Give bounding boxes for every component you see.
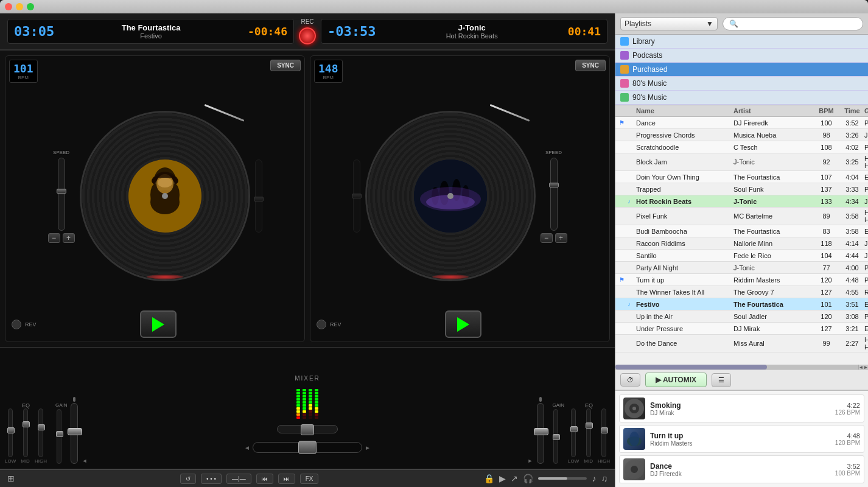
scroll-arrows[interactable]: ◄► (858, 365, 868, 370)
search-input[interactable] (741, 20, 856, 27)
deck-left-sync-button[interactable]: SYNC (270, 60, 301, 71)
track-row[interactable]: Santilo Fede le Rico 104 4:44 Jazz (615, 250, 868, 262)
rec-circle[interactable] (299, 27, 316, 44)
sidebar-item-library[interactable]: Library (615, 35, 868, 49)
track-row[interactable]: Block Jam J-Tonic 92 3:25 Hip-Hop (615, 153, 868, 171)
next-button[interactable]: ⏭ (278, 474, 295, 484)
loop-button[interactable]: ↺ (180, 474, 196, 484)
playlist-dropdown[interactable]: Playlists ▼ (620, 17, 718, 30)
split-button[interactable]: —|— (226, 474, 251, 484)
scrollbar-thumb[interactable] (615, 365, 767, 370)
col-header-genre: Genre (864, 107, 868, 114)
deck-left-minus-button[interactable]: − (48, 233, 60, 243)
sidebar-item-podcasts[interactable]: Podcasts (615, 49, 868, 63)
deck-right-minus-button[interactable]: − (541, 233, 553, 243)
track-row[interactable]: Trapped Soul Funk 137 3:33 Pop (615, 183, 868, 195)
eq-right-high-slider[interactable] (601, 408, 606, 457)
eq-left-mid-slider[interactable] (23, 408, 28, 457)
eq-left-high-slider[interactable] (38, 408, 43, 457)
track-row[interactable]: Under Pressure DJ Mirak 127 3:21 Electro… (615, 323, 868, 335)
sidebar-item-80s[interactable]: 80's Music (615, 77, 868, 91)
vol-right-fader[interactable] (537, 403, 544, 464)
deck-left-plus-button[interactable]: + (63, 233, 75, 243)
track-row[interactable]: Do the Dance Miss Aural 99 2:27 Hip-Hop (615, 335, 868, 352)
sidebar-item-90s[interactable]: 90's Music (615, 91, 868, 105)
arrow-icon[interactable]: ↗ (511, 474, 518, 483)
sidebar-label-80s: 80's Music (632, 79, 667, 88)
close-button[interactable] (5, 3, 12, 10)
deck-left-rev-dot[interactable] (12, 320, 21, 329)
track-time: 3:25 (840, 158, 864, 166)
prev-button[interactable]: ⏮ (256, 474, 273, 484)
eq-left-low: LOW (5, 408, 16, 464)
track-bpm: 92 (813, 158, 840, 166)
queue-item[interactable]: Dance DJ Fireredk 3:52 100 BPM (619, 455, 864, 483)
sidebar-item-purchased[interactable]: Purchased (615, 63, 868, 77)
deck-right-sync-button[interactable]: SYNC (575, 60, 606, 71)
track-row[interactable]: Up in the Air Soul Jadler 120 3:08 Pop (615, 310, 868, 323)
deck-right-pitch-slider[interactable] (550, 158, 558, 231)
track-row[interactable]: Progressive Chords Musica Nueba 98 3:26 … (615, 129, 868, 141)
eq-left-high: HIGH (35, 408, 47, 464)
headphone-icon[interactable]: 🎧 (523, 474, 533, 483)
track-genre: Jazz (864, 252, 868, 259)
deck-right-play-button[interactable] (445, 310, 481, 338)
deck-right-plus-button[interactable]: + (555, 233, 567, 243)
eq-left-low-slider[interactable] (8, 408, 13, 457)
deck-left-pitch-slider-2[interactable] (255, 159, 262, 233)
track-name: Trapped (636, 186, 733, 193)
track-row[interactable]: ♪ Hot Rockin Beats J-Tonic 133 4:34 Jazz (615, 195, 868, 208)
gain-right-slider[interactable] (553, 409, 558, 464)
queue-item[interactable]: Smoking DJ Mirak 4:22 126 BPM (619, 394, 864, 422)
eq-right-mid: MID (584, 408, 593, 464)
queue-item[interactable]: Turn it up Riddim Masters 4:48 120 BPM (619, 425, 864, 453)
history-button[interactable]: ⏱ (620, 373, 640, 387)
center-vol-fader[interactable] (277, 425, 338, 433)
deck-left-pitch-slider[interactable] (58, 158, 65, 231)
master-volume-slider[interactable] (538, 477, 587, 480)
track-row[interactable]: Party All Night J-Tonic 77 4:00 Pop (615, 262, 868, 274)
music-icon[interactable]: ♫ (601, 474, 607, 483)
queue-artist-2: Riddim Masters (650, 440, 830, 447)
queue-duration-2: 4:48 (835, 432, 860, 440)
track-row[interactable]: ♪ Festivo The Fourtastica 101 3:51 Elect… (615, 298, 868, 310)
track-row[interactable]: Pixel Funk MC Bartelme 89 3:58 Hip-Hop (615, 208, 868, 225)
track-artist: DJ Fireredk (733, 119, 813, 127)
col-header-bpm: BPM (813, 107, 840, 114)
eq-right-mid-slider[interactable] (586, 408, 591, 457)
track-genre: Pop (864, 264, 868, 272)
vol-left-fader[interactable] (71, 403, 78, 464)
crossfader[interactable] (253, 442, 362, 453)
queue-title-3: Dance (650, 462, 830, 471)
deck-right-rev-dot[interactable] (317, 320, 326, 329)
track-bpm: 118 (813, 240, 840, 247)
lock-icon[interactable]: 🔒 (484, 474, 494, 483)
automix-button[interactable]: ▶ AUTOMIX (645, 373, 707, 387)
track-genre: Pop (864, 186, 868, 193)
track-row[interactable]: Racoon Riddims Nallorie Minn 118 4:14 Ja… (615, 237, 868, 250)
deck-left-play-button[interactable] (140, 310, 177, 338)
track-row[interactable]: ⚑ Turn it up Riddim Masters 120 4:48 Pop (615, 274, 868, 286)
eq-right-low-slider[interactable] (571, 408, 576, 457)
deck-right-tonearm (489, 104, 530, 122)
search-box[interactable]: 🔍 (723, 17, 863, 30)
play-icon[interactable]: ▶ (499, 474, 506, 483)
track-row[interactable]: Budi Bamboocha The Fourtastica 83 3:58 E… (615, 225, 868, 237)
minimize-button[interactable] (16, 3, 23, 10)
maximize-button[interactable] (27, 3, 34, 10)
gain-left-slider[interactable] (57, 409, 61, 464)
fx-button[interactable]: FX (300, 474, 319, 484)
track-row[interactable]: The Winner Takes It All The Groovy 7 127… (615, 286, 868, 298)
track-row[interactable]: ⚑ Dance DJ Fireredk 100 3:52 Pop (615, 117, 868, 129)
queue-options-button[interactable]: ☰ (712, 373, 731, 387)
dots-button[interactable]: • • • (201, 474, 222, 484)
expand-icon[interactable]: ⊞ (7, 474, 15, 483)
sidebar-label-90s: 90's Music (632, 93, 667, 102)
deck-right-pitch-slider-1[interactable] (353, 159, 360, 233)
rec-button[interactable]: REC (299, 18, 316, 44)
queue-duration-1: 4:22 (835, 402, 860, 409)
eq-left-label: EQ (22, 402, 30, 408)
track-row[interactable]: Doin Your Own Thing The Fourtastica 107 … (615, 171, 868, 183)
track-row[interactable]: Scratchdoodle C Tesch 108 4:02 Pop (615, 141, 868, 153)
scrollbar-track[interactable]: ◄► (615, 365, 868, 370)
